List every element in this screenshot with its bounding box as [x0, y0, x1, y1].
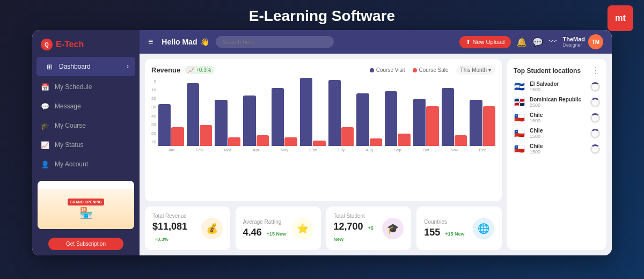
locations-header: Top Student locations ⋮ [514, 65, 600, 76]
chart-badge-value: +0.3% [196, 67, 211, 73]
flag-icon: 🇨🇱 [514, 145, 525, 153]
bar-month-feb: Feb [187, 79, 213, 152]
search-input[interactable] [216, 36, 334, 48]
stat-icon-revenue: 💰 [201, 218, 223, 239]
logo-icon: Q [41, 39, 53, 50]
legend-course-visit: Course Visit [370, 67, 405, 73]
topbar: ≡ Hello Mad 👋 ⬆ New Upload 🔔 💬 〰 TheMad … [140, 30, 612, 54]
stat-card-rating: Average Ratting 4.46 +15 New ⭐ [236, 207, 321, 250]
y-label-10: 10 [151, 87, 156, 92]
pulse-icon[interactable]: 〰 [548, 37, 557, 47]
more-options-icon[interactable]: ⋮ [591, 65, 600, 76]
stat-icon-students: 🎓 [382, 218, 404, 239]
stat-icon-countries: 🌐 [473, 218, 494, 239]
red-bar [483, 106, 495, 146]
blue-bar [470, 100, 482, 146]
red-bar [341, 127, 354, 146]
location-info: Chile 1500 [530, 112, 586, 123]
bar-month-label: Sep [394, 148, 401, 152]
flag-icon: 🇩🇴 [514, 98, 525, 107]
bar-month-label: June [308, 148, 317, 152]
sidebar-item-account[interactable]: 👤 My Account [32, 155, 140, 174]
topbar-actions: ⬆ New Upload 🔔 💬 〰 TheMad Designer TM [459, 34, 603, 49]
sidebar-ad: GRAND OPENING 🏪 [38, 181, 134, 229]
bar-month-label: Mar [224, 148, 231, 152]
y-label-50: 50 [151, 122, 156, 127]
y-label-60: 60 [151, 131, 156, 136]
legend-label-visit: Course Visit [376, 67, 405, 73]
course-icon: 🎓 [41, 121, 49, 130]
stat-card-revenue: Total Revenue $11,081 +0.3% 💰 [145, 207, 230, 250]
revenue-chart-card: Revenue 📈 +0.3% Course Visit [145, 59, 502, 201]
user-name: TheMad [562, 36, 585, 42]
hamburger-icon[interactable]: ≡ [148, 37, 153, 47]
blue-bar [385, 91, 397, 146]
bar-month-aug: Aug [356, 79, 382, 152]
stats-row: Total Revenue $11,081 +0.3% 💰 Average Ra… [145, 207, 502, 250]
location-item: 🇨🇱 Chile 1500 [514, 143, 600, 155]
sidebar-item-course[interactable]: 🎓 My Course [32, 116, 140, 135]
sidebar-item-status[interactable]: 📈 My Status [32, 135, 140, 155]
bar-month-july: July [328, 79, 354, 152]
chart-section: Revenue 📈 +0.3% Course Visit [145, 59, 502, 250]
bar-month-label: Oct [423, 148, 429, 152]
bar-month-label: Dec [479, 148, 486, 152]
greeting-text: Hello Mad [162, 38, 197, 46]
red-bar [370, 138, 382, 146]
red-bar [426, 106, 438, 146]
stat-change-countries: +15 New [445, 231, 464, 237]
location-progress [590, 144, 600, 154]
subscribe-button[interactable]: Get Subscription [48, 238, 123, 250]
blue-bar [187, 83, 199, 146]
page-title-bar: E-Learning Software mt [0, 0, 644, 30]
bar-chart: 70 60 50 40 30 20 10 0 JanFebMarAprMayJu… [151, 79, 495, 162]
location-count: 1500 [530, 134, 586, 139]
sidebar-item-message[interactable]: 💬 Message [32, 97, 140, 116]
y-label-40: 40 [151, 114, 156, 119]
flag-icon: 🇨🇱 [514, 129, 525, 138]
locations-card: Top Student locations ⋮ 🇸🇻 El Salvador 1… [507, 59, 606, 250]
location-name: Chile [530, 128, 586, 134]
flag-icon: 🇸🇻 [514, 83, 525, 91]
sidebar-nav: ⊞ Dashboard 📅 My Schedule 💬 Message 🎓 My… [32, 56, 140, 175]
location-progress [590, 82, 600, 92]
location-progress [590, 113, 600, 123]
location-count: 1500 [530, 87, 586, 92]
app-window: Q E-Tech ⊞ Dashboard 📅 My Schedule 💬 Mes… [32, 30, 612, 255]
dashboard-icon: ⊞ [45, 62, 54, 71]
bar-month-label: July [338, 148, 345, 152]
upload-button[interactable]: ⬆ New Upload [459, 36, 511, 48]
nav-label-course: My Course [55, 122, 86, 129]
page-title: E-Learning Software [0, 8, 644, 25]
greeting-emoji: 👋 [200, 38, 209, 46]
location-info: Chile 1500 [530, 143, 586, 155]
nav-label-message: Message [55, 102, 81, 110]
sidebar-item-dashboard[interactable]: ⊞ Dashboard [36, 57, 135, 76]
blue-bar [356, 93, 369, 146]
chart-badge: 📈 +0.3% [185, 66, 214, 74]
bar-month-june: June [300, 79, 326, 152]
stat-info-countries: Countries 155 +15 New [424, 219, 467, 238]
chart-filter-label: This Month [460, 67, 487, 73]
nav-label-schedule: My Schedule [55, 83, 92, 91]
location-info: Chile 1500 [530, 128, 586, 139]
location-name: Chile [530, 112, 586, 118]
nav-label-status: My Status [55, 141, 83, 149]
stat-card-countries: Countries 155 +15 New 🌐 [416, 207, 502, 250]
chart-header: Revenue 📈 +0.3% Course Visit [151, 65, 495, 75]
sidebar-logo: Q E-Tech [32, 30, 140, 56]
stat-value-revenue: $11,081 +0.3% [152, 221, 196, 244]
chart-filter[interactable]: This Month ▾ [456, 65, 495, 75]
location-info: El Salvador 1500 [530, 81, 586, 92]
red-bar [171, 127, 184, 146]
bell-icon[interactable]: 🔔 [516, 37, 527, 47]
red-bar [398, 134, 410, 146]
chat-icon[interactable]: 💬 [532, 37, 543, 47]
sidebar-item-schedule[interactable]: 📅 My Schedule [32, 77, 140, 97]
chart-title: Revenue [151, 66, 180, 74]
blue-bar [272, 88, 284, 146]
user-info: TheMad Designer TM [562, 34, 603, 49]
stat-value-students: 12,700 +5 New [334, 221, 377, 244]
blue-bar [328, 80, 341, 146]
red-bar [284, 137, 297, 146]
